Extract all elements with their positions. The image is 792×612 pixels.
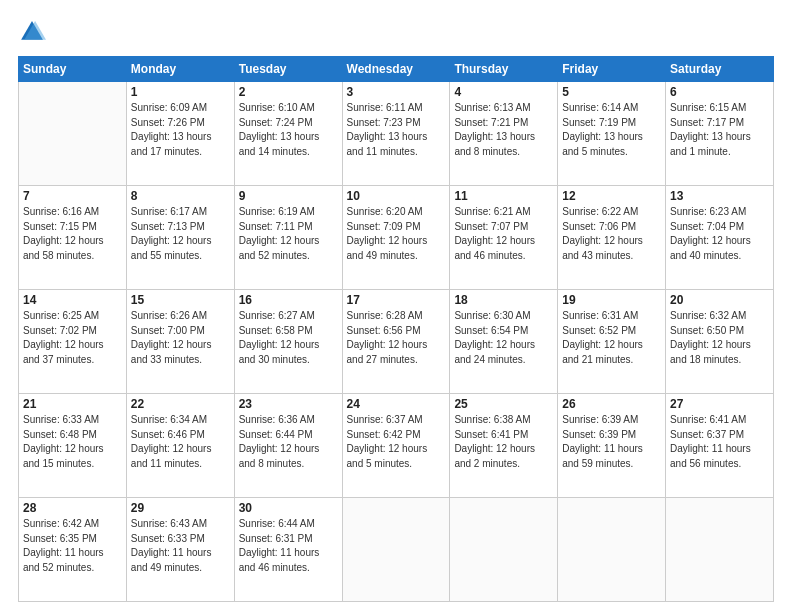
day-info-line: Daylight: 12 hours [23,443,104,454]
day-info-line: and 8 minutes. [239,458,305,469]
day-info: Sunrise: 6:15 AMSunset: 7:17 PMDaylight:… [670,101,769,159]
calendar-week-row: 21Sunrise: 6:33 AMSunset: 6:48 PMDayligh… [19,394,774,498]
day-info-line: Sunrise: 6:14 AM [562,102,638,113]
day-info: Sunrise: 6:39 AMSunset: 6:39 PMDaylight:… [562,413,661,471]
day-number: 30 [239,501,338,515]
day-info-line: Daylight: 11 hours [670,443,751,454]
day-info-line: Daylight: 11 hours [239,547,320,558]
day-info-line: Sunset: 7:21 PM [454,117,528,128]
day-info-line: Sunrise: 6:41 AM [670,414,746,425]
day-info-line: Sunset: 7:17 PM [670,117,744,128]
day-info-line: Sunrise: 6:32 AM [670,310,746,321]
day-info-line: Sunrise: 6:27 AM [239,310,315,321]
day-info-line: Daylight: 12 hours [562,235,643,246]
day-number: 16 [239,293,338,307]
day-info-line: Sunset: 6:44 PM [239,429,313,440]
day-info-line: Sunrise: 6:16 AM [23,206,99,217]
day-info-line: Daylight: 12 hours [239,339,320,350]
calendar-cell: 25Sunrise: 6:38 AMSunset: 6:41 PMDayligh… [450,394,558,498]
day-info-line: Sunset: 6:54 PM [454,325,528,336]
day-info: Sunrise: 6:10 AMSunset: 7:24 PMDaylight:… [239,101,338,159]
day-info: Sunrise: 6:19 AMSunset: 7:11 PMDaylight:… [239,205,338,263]
day-number: 12 [562,189,661,203]
day-info-line: and 21 minutes. [562,354,633,365]
day-info-line: and 59 minutes. [562,458,633,469]
day-info: Sunrise: 6:13 AMSunset: 7:21 PMDaylight:… [454,101,553,159]
calendar-cell: 3Sunrise: 6:11 AMSunset: 7:23 PMDaylight… [342,82,450,186]
day-info-line: Daylight: 12 hours [347,339,428,350]
day-number: 17 [347,293,446,307]
day-info: Sunrise: 6:25 AMSunset: 7:02 PMDaylight:… [23,309,122,367]
day-info: Sunrise: 6:09 AMSunset: 7:26 PMDaylight:… [131,101,230,159]
day-info-line: Daylight: 12 hours [670,339,751,350]
day-number: 6 [670,85,769,99]
day-number: 22 [131,397,230,411]
day-info: Sunrise: 6:26 AMSunset: 7:00 PMDaylight:… [131,309,230,367]
calendar-week-row: 14Sunrise: 6:25 AMSunset: 7:02 PMDayligh… [19,290,774,394]
day-info-line: Daylight: 12 hours [239,235,320,246]
logo-icon [18,18,46,46]
day-info-line: Daylight: 12 hours [239,443,320,454]
day-info-line: and 46 minutes. [454,250,525,261]
day-number: 27 [670,397,769,411]
day-info-line: Sunrise: 6:39 AM [562,414,638,425]
day-info: Sunrise: 6:30 AMSunset: 6:54 PMDaylight:… [454,309,553,367]
day-info: Sunrise: 6:33 AMSunset: 6:48 PMDaylight:… [23,413,122,471]
day-number: 18 [454,293,553,307]
day-info-line: Sunrise: 6:44 AM [239,518,315,529]
day-info-line: and 46 minutes. [239,562,310,573]
calendar-cell: 29Sunrise: 6:43 AMSunset: 6:33 PMDayligh… [126,498,234,602]
day-number: 29 [131,501,230,515]
day-number: 21 [23,397,122,411]
day-info-line: and 17 minutes. [131,146,202,157]
calendar-cell: 11Sunrise: 6:21 AMSunset: 7:07 PMDayligh… [450,186,558,290]
day-info: Sunrise: 6:11 AMSunset: 7:23 PMDaylight:… [347,101,446,159]
calendar-cell: 30Sunrise: 6:44 AMSunset: 6:31 PMDayligh… [234,498,342,602]
day-info-line: Sunrise: 6:19 AM [239,206,315,217]
day-number: 8 [131,189,230,203]
day-number: 20 [670,293,769,307]
day-info-line: and 1 minute. [670,146,731,157]
day-info-line: Sunset: 6:35 PM [23,533,97,544]
day-info-line: Daylight: 13 hours [670,131,751,142]
day-info: Sunrise: 6:16 AMSunset: 7:15 PMDaylight:… [23,205,122,263]
day-info-line: Daylight: 12 hours [23,235,104,246]
calendar-header-monday: Monday [126,57,234,82]
day-info: Sunrise: 6:27 AMSunset: 6:58 PMDaylight:… [239,309,338,367]
day-number: 26 [562,397,661,411]
day-info-line: Sunrise: 6:30 AM [454,310,530,321]
calendar-cell: 12Sunrise: 6:22 AMSunset: 7:06 PMDayligh… [558,186,666,290]
day-info-line: Sunrise: 6:34 AM [131,414,207,425]
day-info-line: and 18 minutes. [670,354,741,365]
day-info-line: Daylight: 13 hours [562,131,643,142]
day-info-line: Daylight: 12 hours [454,443,535,454]
day-info: Sunrise: 6:22 AMSunset: 7:06 PMDaylight:… [562,205,661,263]
day-info-line: and 5 minutes. [562,146,628,157]
day-info-line: Sunrise: 6:10 AM [239,102,315,113]
day-info-line: and 27 minutes. [347,354,418,365]
calendar-cell: 24Sunrise: 6:37 AMSunset: 6:42 PMDayligh… [342,394,450,498]
day-info-line: Sunrise: 6:22 AM [562,206,638,217]
day-info-line: Sunrise: 6:31 AM [562,310,638,321]
day-info-line: Sunrise: 6:13 AM [454,102,530,113]
calendar-cell: 27Sunrise: 6:41 AMSunset: 6:37 PMDayligh… [666,394,774,498]
day-info-line: Daylight: 12 hours [23,339,104,350]
calendar-cell [342,498,450,602]
day-info-line: and 52 minutes. [23,562,94,573]
calendar-cell: 21Sunrise: 6:33 AMSunset: 6:48 PMDayligh… [19,394,127,498]
day-info: Sunrise: 6:44 AMSunset: 6:31 PMDaylight:… [239,517,338,575]
calendar-cell: 17Sunrise: 6:28 AMSunset: 6:56 PMDayligh… [342,290,450,394]
day-info-line: and 56 minutes. [670,458,741,469]
calendar-cell: 26Sunrise: 6:39 AMSunset: 6:39 PMDayligh… [558,394,666,498]
calendar-cell: 9Sunrise: 6:19 AMSunset: 7:11 PMDaylight… [234,186,342,290]
calendar-cell: 1Sunrise: 6:09 AMSunset: 7:26 PMDaylight… [126,82,234,186]
calendar-cell: 22Sunrise: 6:34 AMSunset: 6:46 PMDayligh… [126,394,234,498]
calendar-header-friday: Friday [558,57,666,82]
day-info-line: and 49 minutes. [347,250,418,261]
day-info-line: and 8 minutes. [454,146,520,157]
calendar-cell: 20Sunrise: 6:32 AMSunset: 6:50 PMDayligh… [666,290,774,394]
day-number: 11 [454,189,553,203]
day-info-line: Sunset: 7:26 PM [131,117,205,128]
day-info-line: Sunset: 7:07 PM [454,221,528,232]
day-info-line: Sunrise: 6:17 AM [131,206,207,217]
